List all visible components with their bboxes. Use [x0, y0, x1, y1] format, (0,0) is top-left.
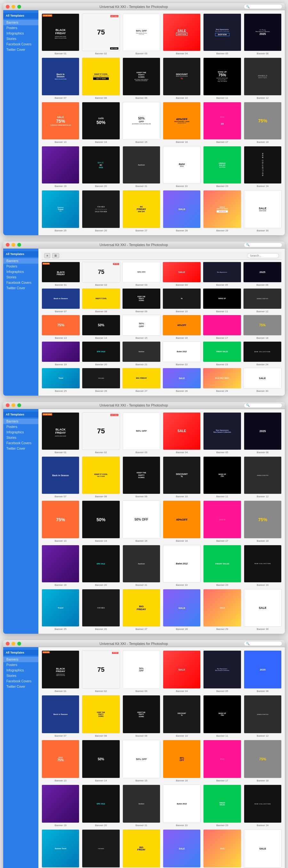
banner-item-11[interactable]: MAKE UP 75% SUPER DISCOUNTDressing NewOn… — [203, 58, 241, 99]
title-search-3[interactable]: 🔍 — [244, 403, 282, 408]
view-grid-btn[interactable]: ⊞ — [52, 253, 59, 258]
banner-item-3-25[interactable]: Travel Banner 25 — [41, 589, 79, 630]
banner-thumb-2-15[interactable]: 50%OFF — [122, 315, 161, 336]
banner-thumb-2-28[interactable]: SALE — [163, 368, 201, 389]
banner-thumb-2-01[interactable]: 50 OFF NOW BLACKFRIDAY — [41, 262, 80, 282]
banner-item-3-19[interactable]: Banner 19 — [41, 545, 79, 586]
sidebar-item-facebook-4[interactable]: Facebook Covers — [3, 679, 38, 684]
story-item-16[interactable]: 40%OFF Banner 16 — [163, 740, 201, 782]
banner-item-3-10[interactable]: DISCOUNT% Banner 10 — [163, 456, 201, 498]
banner-thumb-2-09[interactable]: KEEP THEPARTYGOING — [122, 288, 161, 309]
banner-item-04[interactable]: SALE SHOP NOW Banner 04 — [163, 13, 201, 55]
sidebar-item-posters[interactable]: Posters — [3, 25, 38, 31]
story-item-17[interactable]: SALE Banner 17 — [203, 740, 241, 782]
sidebar-item-infographics-3[interactable]: Infographics — [3, 430, 38, 435]
story-item-18[interactable]: 75% Banner 18 — [244, 740, 282, 782]
banner-item-3-03[interactable]: 50% OFF Banner 03 — [122, 412, 160, 454]
banner-thumb-2-27[interactable]: BIG FRIDAY — [122, 368, 161, 389]
banner-thumb-22[interactable]: Ballet 2012 — [163, 146, 201, 184]
window-controls-2[interactable] — [6, 243, 21, 247]
banner-item-2-04[interactable]: SALE Banner 04 — [163, 262, 201, 286]
story-item-24[interactable]: NEW COLLECTION Banner 24 — [244, 784, 282, 827]
banner-item-08[interactable]: KEEP IT COOL get your biggest discount G… — [82, 58, 120, 99]
banner-thumb-2-13[interactable]: 75% — [41, 315, 80, 336]
story-thumb-28[interactable]: SALE — [163, 829, 201, 868]
banner-thumb-30[interactable]: SALE SHOP NOW — [244, 190, 282, 228]
banner-thumb-08[interactable]: KEEP IT COOL get your biggest discount G… — [82, 58, 120, 95]
story-thumb-25[interactable]: Summer Travel — [41, 829, 79, 868]
banner-thumb-10[interactable]: DISCOUNT NEW COLLECTION % — [163, 58, 201, 95]
story-item-03[interactable]: 50%OFF Banner 03 — [122, 650, 160, 692]
banner-item-13[interactable]: SALE 75% COMBOOO LOREM RESTFIILLAR Banne… — [41, 102, 79, 144]
banner-thumb-01[interactable]: 50 OFF NOW BLACKFRIDAY SUPER DISCOUNTNEW… — [41, 13, 79, 51]
sidebar-item-infographics-4[interactable]: Infographics — [3, 668, 38, 673]
main-content-4[interactable]: 50 OFF NOW BLACKFRIDAY SUPER DISCOUNTNEW… — [38, 647, 285, 868]
banner-thumb-09[interactable]: KEEP THEPARTYGOING ADD STREET PERFORMANC… — [122, 58, 160, 95]
banner-item-3-02[interactable]: 75 HOT SALE Banner 02 — [82, 412, 120, 454]
banner-item-27[interactable]: BIG FRIDAY 50% OFF Banner 27 — [122, 190, 160, 232]
story-thumb-13[interactable]: SALE75% — [41, 740, 79, 778]
banner-item-29[interactable]: SALE ONLY THIS WEEK! SHOP NOW Banner 29 — [203, 190, 241, 232]
story-thumb-01[interactable]: 50 OFF NOW BLACKFRIDAY SUPER DISCOUNTNEW… — [41, 650, 79, 689]
banner-thumb-2-29[interactable]: SALE ONLY WEEK — [203, 368, 241, 389]
banner-item-20[interactable]: EPIC IC SALE Banner 20 — [82, 146, 120, 188]
story-thumb-06[interactable]: 2025 — [244, 650, 282, 689]
banner-item-2-27[interactable]: BIG FRIDAY Banner 27 — [122, 368, 161, 393]
story-item-30[interactable]: SALE Banner 30 — [244, 829, 282, 868]
banner-item-2-06[interactable]: 2025 Banner 06 — [243, 262, 282, 286]
banner-thumb-07[interactable]: Back in Season NEW COLLECTION — [41, 58, 79, 95]
banner-item-2-23[interactable]: FRIDAY SALES Banner 23 — [203, 341, 241, 366]
banner-item-06[interactable]: Get Ready New Season Collection 2025 Ban… — [244, 13, 282, 55]
banner-thumb-14[interactable]: sale 50% — [82, 102, 120, 140]
story-item-15[interactable]: 50% OFF Banner 15 — [122, 740, 160, 782]
banner-thumb-3-27[interactable]: BIGFRIDAY — [122, 589, 160, 627]
banner-thumb-2-23[interactable]: FRIDAY SALES — [203, 341, 241, 362]
banner-item-3-01[interactable]: 50 OFF NOW BLACKFRIDAY SUPER DISCOUNT Ba… — [41, 412, 79, 454]
banner-item-17[interactable]: SALE 50 25 Banner 17 — [203, 102, 241, 144]
sidebar-item-stories-3[interactable]: Stories — [3, 435, 38, 440]
sidebar-item-twitter-2[interactable]: Twitter Cover — [3, 285, 38, 291]
banner-thumb-2-02[interactable]: 75 HOT SALE — [82, 262, 120, 282]
title-search-4[interactable]: 🔍 — [244, 641, 282, 646]
story-item-04[interactable]: SALE Banner 04 — [163, 650, 201, 692]
banner-item-2-15[interactable]: 50%OFF Banner 15 — [122, 315, 161, 339]
banner-item-2-26[interactable]: FOR MEN Banner 26 — [82, 368, 120, 393]
story-thumb-02[interactable]: 75 HOT SALE — [82, 650, 120, 689]
story-thumb-11[interactable]: MAKE UP75% — [203, 695, 241, 734]
banner-thumb-12[interactable]: ANIMALS MATTER — [244, 58, 282, 95]
banner-thumb-3-19[interactable] — [41, 545, 79, 583]
story-thumb-16[interactable]: 40%OFF — [163, 740, 201, 778]
close-button-2[interactable] — [6, 243, 9, 247]
banner-item-2-28[interactable]: SALE Banner 28 — [163, 368, 201, 393]
story-thumb-04[interactable]: SALE — [163, 650, 201, 689]
banner-thumb-3-24[interactable]: NEW COLLECTION — [244, 545, 282, 583]
banner-thumb-3-18[interactable]: 75% — [244, 500, 282, 538]
banner-item-2-08[interactable]: KEEP IT COOL Banner 08 — [82, 288, 120, 313]
banner-item-3-09[interactable]: KEEP THEPARTYGOING Banner 09 — [122, 456, 160, 498]
banner-item-10[interactable]: DISCOUNT NEW COLLECTION % Banner 10 — [163, 58, 201, 99]
story-thumb-17[interactable]: SALE — [203, 740, 241, 778]
story-thumb-23[interactable]: FRIDAYSALES — [203, 784, 241, 823]
banner-thumb-2-22[interactable]: Ballet 2012 — [163, 341, 201, 362]
banner-item-3-12[interactable]: ANIMALS MATTER Banner 12 — [244, 456, 282, 498]
banner-thumb-28[interactable]: SALE — [163, 190, 201, 228]
close-button[interactable] — [6, 5, 9, 9]
story-thumb-22[interactable]: Ballet 2012 — [163, 784, 201, 823]
banner-thumb-2-11[interactable]: MAKE UP — [203, 288, 241, 309]
banner-item-2-25[interactable]: Travel Banner 25 — [41, 368, 80, 393]
banner-item-3-07[interactable]: Back in Season Banner 07 — [41, 456, 79, 498]
maximize-button-3[interactable] — [17, 403, 21, 407]
banner-item-2-18[interactable]: 75% Banner 18 — [243, 315, 282, 339]
banner-item-23[interactable]: FRIDAY SALES sportshop Banner 23 — [203, 146, 241, 188]
banner-item-2-10[interactable]: % Banner 10 — [163, 288, 201, 313]
banner-thumb-2-18[interactable]: 75% — [243, 315, 282, 336]
search-input-2[interactable] — [247, 253, 279, 258]
banner-thumb-11[interactable]: MAKE UP 75% SUPER DISCOUNTDressing NewOn… — [203, 58, 241, 95]
banner-thumb-3-22[interactable]: Ballet 2012 — [163, 545, 201, 583]
window-controls[interactable] — [6, 5, 21, 9]
banner-item-2-22[interactable]: Ballet 2012 Banner 22 — [163, 341, 201, 366]
window-controls-3[interactable] — [6, 403, 21, 407]
banner-thumb-2-10[interactable]: % — [163, 288, 201, 309]
sidebar-item-twitter[interactable]: Twitter Cover — [3, 47, 38, 53]
story-item-12[interactable]: ANIMALS MATTER Banner 12 — [244, 695, 282, 737]
